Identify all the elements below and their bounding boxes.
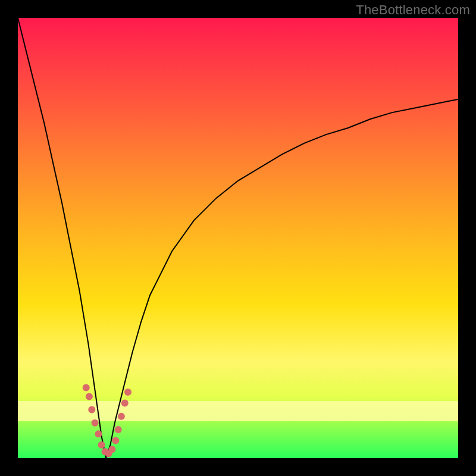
watermark-text: TheBottleneck.com [356,2,470,18]
curve-marker [108,446,115,453]
curve-marker [115,426,122,433]
curve-marker [102,448,109,455]
bottleneck-curve [18,18,458,458]
curve-marker [98,441,105,449]
curve-marker [83,384,90,392]
plot-area [18,18,458,458]
curve-marker [105,450,112,458]
curve-marker [86,393,93,400]
chart-frame: TheBottleneck.com [0,0,476,476]
curve-marker [95,430,102,437]
curve-marker [112,437,119,444]
curve-svg [18,18,458,458]
curve-marker [124,389,131,396]
highlight-band [18,401,458,421]
